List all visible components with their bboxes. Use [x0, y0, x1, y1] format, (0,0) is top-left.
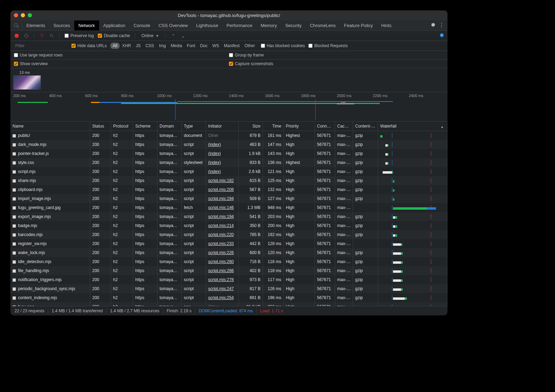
col-initiator[interactable]: Initiator: [206, 122, 239, 131]
type-filter-css[interactable]: CSS: [143, 43, 156, 49]
initiator-link[interactable]: script.mjs:214: [208, 223, 234, 228]
col-scheme[interactable]: Scheme: [133, 122, 157, 131]
capture-screenshots-checkbox[interactable]: Capture screenshots: [229, 61, 273, 66]
table-row[interactable]: periodic_background_sync.mjs200h2httpsto…: [10, 284, 447, 293]
table-body[interactable]: public/200h2httpstomayac…documentOther87…: [10, 131, 447, 306]
type-filter-ws[interactable]: WS: [210, 43, 221, 49]
type-filter-media[interactable]: Media: [168, 43, 185, 49]
screenshot-thumbnail[interactable]: [13, 75, 41, 90]
table-row[interactable]: share.mjs200h2httpstomayac…scriptscript.…: [10, 176, 447, 185]
preserve-log-checkbox[interactable]: Preserve log: [65, 33, 94, 38]
filter-input[interactable]: [14, 43, 68, 49]
type-filter-all[interactable]: All: [110, 43, 120, 49]
table-row[interactable]: script.mjs200h2httpstomayac…script(index…: [10, 167, 447, 176]
col-size[interactable]: Size: [239, 122, 263, 131]
large-rows-checkbox[interactable]: Use large request rows: [14, 53, 62, 58]
table-row[interactable]: barcodes.mjs200h2httpstomayac…scriptscri…: [10, 230, 447, 239]
initiator-link[interactable]: (index): [208, 151, 221, 156]
type-filter-img[interactable]: Img: [156, 43, 168, 49]
initiator-link[interactable]: script.mjs:260: [208, 259, 234, 264]
col-connection[interactable]: Conne…: [315, 122, 335, 131]
search-icon[interactable]: [49, 33, 54, 38]
filter-icon[interactable]: [39, 33, 45, 38]
has-blocked-cookies-checkbox[interactable]: Has blocked cookies: [261, 43, 305, 48]
record-icon[interactable]: [14, 33, 19, 38]
tab-feature-policy[interactable]: Feature Policy: [340, 20, 377, 31]
group-by-frame-checkbox[interactable]: Group by frame: [229, 53, 264, 58]
initiator-link[interactable]: (index): [208, 142, 221, 147]
tab-performance[interactable]: Performance: [222, 20, 256, 31]
throttling-select[interactable]: Online ▼: [140, 33, 161, 38]
initiator-link[interactable]: (index): [208, 169, 221, 174]
network-settings-icon[interactable]: [439, 34, 444, 39]
col-time[interactable]: Time: [263, 122, 284, 131]
initiator-link[interactable]: script.mjs:278: [208, 277, 234, 282]
col-priority[interactable]: Priority: [284, 122, 315, 131]
col-encoding[interactable]: Content-…: [353, 122, 378, 131]
col-status[interactable]: Status: [90, 122, 111, 131]
initiator-link[interactable]: script.mjs:233: [208, 241, 234, 246]
initiator-link[interactable]: script.mjs:146: [208, 205, 234, 210]
table-row[interactable]: export_image.mjs200h2httpstomayac…script…: [10, 212, 447, 221]
col-cache[interactable]: Cach…: [335, 122, 353, 131]
type-filter-font[interactable]: Font: [185, 43, 198, 49]
col-domain[interactable]: Domain: [157, 122, 182, 131]
table-row[interactable]: badge.mjs200h2httpstomayac…scriptscript.…: [10, 221, 447, 230]
table-row[interactable]: file_handling.mjs200h2httpstomayac…scrip…: [10, 266, 447, 275]
initiator-link[interactable]: script.mjs:194: [208, 214, 234, 219]
table-row[interactable]: wake_lock.mjs200h2httpstomayac…scriptscr…: [10, 248, 447, 257]
table-row[interactable]: style.css200h2httpstomayac…stylesheet(in…: [10, 158, 447, 167]
timeline-overview[interactable]: 200 ms400 ms600 ms800 ms1000 ms1200 ms14…: [10, 92, 447, 122]
tab-sources[interactable]: Sources: [49, 20, 74, 31]
table-row[interactable]: fugu_greeting_card.jpg200h2httpstomayac……: [10, 203, 447, 212]
kebab-menu-icon[interactable]: ⋮: [439, 23, 445, 28]
tab-chromelens[interactable]: ChromeLens: [306, 20, 340, 31]
type-filter-js[interactable]: JS: [133, 43, 143, 49]
tab-console[interactable]: Console: [129, 20, 154, 31]
col-type[interactable]: Type: [182, 122, 206, 131]
initiator-link[interactable]: script.mjs:226: [208, 250, 234, 255]
initiator-link[interactable]: script.mjs:266: [208, 268, 234, 273]
initiator-link[interactable]: script.mjs:182: [208, 178, 234, 183]
gear-icon[interactable]: [430, 22, 435, 28]
upload-har-icon[interactable]: [170, 33, 176, 38]
table-row[interactable]: import_image.mjs200h2httpstomayac…script…: [10, 194, 447, 203]
initiator-link[interactable]: script.mjs:220: [208, 232, 234, 237]
table-row[interactable]: public/200h2httpstomayac…documentOther87…: [10, 131, 447, 140]
table-row[interactable]: idle_detection.mjs200h2httpstomayac…scri…: [10, 257, 447, 266]
type-filter-xhr[interactable]: XHR: [120, 43, 133, 49]
type-filter-doc[interactable]: Doc: [198, 43, 210, 49]
table-row[interactable]: fugu.png200h2httpstomayac…pngOther31.0 k…: [10, 302, 447, 306]
inspect-element-icon[interactable]: [10, 20, 22, 31]
table-row[interactable]: content_indexing.mjs200h2httpstomayac…sc…: [10, 293, 447, 302]
tab-lighthouse[interactable]: Lighthouse: [192, 20, 222, 31]
type-filter-other[interactable]: Other: [242, 43, 257, 49]
initiator-link[interactable]: script.mjs:208: [208, 187, 234, 192]
tab-css-overview[interactable]: CSS Overview: [154, 20, 192, 31]
col-protocol[interactable]: Protocol: [111, 122, 133, 131]
disable-cache-checkbox[interactable]: Disable cache: [98, 33, 130, 38]
tab-application[interactable]: Application: [99, 20, 130, 31]
col-name[interactable]: Name: [10, 122, 90, 131]
table-row[interactable]: dark_mode.mjs200h2httpstomayac…script(in…: [10, 140, 447, 149]
tab-memory[interactable]: Memory: [256, 20, 281, 31]
blocked-requests-checkbox[interactable]: Blocked Requests: [308, 43, 348, 48]
tab-hints[interactable]: Hints: [377, 20, 396, 31]
initiator-link[interactable]: script.mjs:254: [208, 295, 234, 300]
tab-elements[interactable]: Elements: [22, 20, 49, 31]
initiator-link[interactable]: script.mjs:194: [208, 196, 234, 201]
initiator-link[interactable]: script.mjs:247: [208, 286, 234, 291]
table-row[interactable]: notification_triggers.mjs200h2httpstomay…: [10, 275, 447, 284]
col-waterfall[interactable]: Waterfall ▲: [378, 122, 447, 131]
clear-icon[interactable]: [24, 33, 29, 38]
hide-data-urls-checkbox[interactable]: Hide data URLs: [71, 43, 107, 48]
table-row[interactable]: register_sw.mjs200h2httpstomayac…scripts…: [10, 239, 447, 248]
download-har-icon[interactable]: [180, 33, 186, 38]
show-overview-checkbox[interactable]: Show overview: [14, 61, 48, 66]
type-filter-manifest[interactable]: Manifest: [222, 43, 242, 49]
tab-security[interactable]: Security: [281, 20, 306, 31]
table-row[interactable]: clipboard.mjs200h2httpstomayac…scriptscr…: [10, 185, 447, 194]
tab-network[interactable]: Network: [74, 20, 99, 31]
table-row[interactable]: pointer-tracker.js200h2httpstomayac…scri…: [10, 149, 447, 158]
initiator-link[interactable]: (index): [208, 160, 221, 165]
